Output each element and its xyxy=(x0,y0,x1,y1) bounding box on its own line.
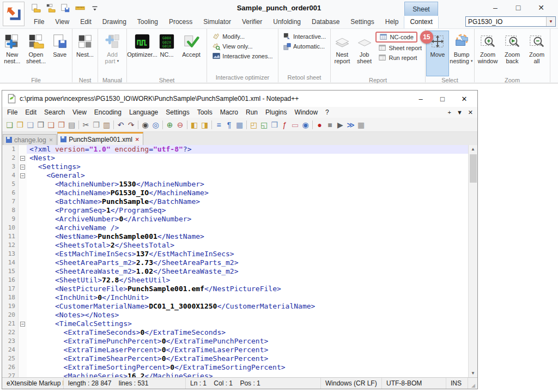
cut-icon[interactable]: ✂ xyxy=(81,119,91,130)
automatic-button[interactable]: Automatic... xyxy=(280,41,327,51)
doc-switcher-icon[interactable]: ❒ xyxy=(269,119,280,130)
nest-button[interactable]: Nest... xyxy=(73,31,97,76)
scrollbar-thumb[interactable] xyxy=(470,154,477,183)
zoom-out-icon[interactable]: ⊖ xyxy=(175,119,185,130)
contextual-tab-group-sheet[interactable]: Sheet xyxy=(404,2,438,16)
add-part-button[interactable]: Add part▼ xyxy=(100,31,124,76)
menu-language[interactable]: Language xyxy=(125,107,162,117)
project-panel-icon[interactable]: ▭ xyxy=(290,119,300,130)
scroll-down-icon[interactable]: ▼ xyxy=(469,369,477,377)
menu-search[interactable]: Search xyxy=(40,107,69,117)
menu-encoding[interactable]: Encoding xyxy=(90,107,125,117)
ribbon-tab-help[interactable]: Help xyxy=(380,16,404,28)
ribbon-tab-database[interactable]: Database xyxy=(306,16,345,28)
open-file-icon[interactable]: ❒ xyxy=(15,119,25,130)
menu-macro[interactable]: Macro xyxy=(216,107,242,117)
macro-record-icon[interactable]: ● xyxy=(314,119,325,130)
menu-settings[interactable]: Settings xyxy=(162,107,193,117)
accept-button[interactable]: Accept xyxy=(179,31,203,76)
menu-window[interactable]: Window xyxy=(290,107,322,117)
copy-icon[interactable]: ❒ xyxy=(91,119,101,130)
minimize-button[interactable]: – xyxy=(484,1,507,14)
fold-collapse-icon[interactable]: − xyxy=(20,156,25,161)
code-view[interactable]: 1<?xml version="1.0" encoding="utf-8"?>2… xyxy=(2,145,468,377)
add-tab-icon[interactable]: + xyxy=(447,109,451,116)
save-all-icon[interactable]: ❒ xyxy=(35,119,46,130)
word-wrap-icon[interactable]: ≡ xyxy=(214,119,224,130)
combo-dropdown-icon[interactable]: ▼ xyxy=(546,17,555,26)
ribbon-tab-process[interactable]: Process xyxy=(163,16,198,28)
new-nest-button[interactable]: New nest... xyxy=(1,31,24,76)
save-button[interactable]: Save xyxy=(48,31,71,76)
job-sheet-button[interactable]: Job sheet xyxy=(354,31,375,76)
tab-list-icon[interactable]: ▼ xyxy=(457,109,463,116)
document-tab-punchsample001-xml[interactable]: PunchSample001.xml✕ xyxy=(57,132,143,145)
ribbon-tab-tooling[interactable]: Tooling xyxy=(132,16,163,28)
sheet-report-button[interactable]: Sheet report xyxy=(375,43,424,53)
menu-tools[interactable]: Tools xyxy=(193,107,216,117)
macro-stop-icon[interactable]: ■ xyxy=(325,119,335,130)
paste-icon[interactable]: ▥ xyxy=(101,119,112,130)
doc-map-icon[interactable]: ◰ xyxy=(248,119,259,130)
run-script-icon[interactable]: ƒ xyxy=(280,119,290,130)
menu-help[interactable]: ? xyxy=(322,107,333,117)
menu-view[interactable]: View xyxy=(69,107,90,117)
new-file-icon[interactable]: ❑ xyxy=(4,119,15,130)
fold-collapse-icon[interactable]: − xyxy=(20,322,25,327)
ribbon-tab-settings[interactable]: Settings xyxy=(345,16,379,28)
sync-vertical-icon[interactable]: ◧ xyxy=(189,119,199,130)
view-only-button[interactable]: View only... xyxy=(209,41,255,51)
menu-run[interactable]: Run xyxy=(242,107,262,117)
indent-guide-icon[interactable]: ▦ xyxy=(234,119,245,130)
monitoring-icon[interactable]: ◉ xyxy=(300,119,311,130)
nc-code-button[interactable]: NC-code15 xyxy=(375,32,417,43)
zoom-window-button[interactable]: Zoom window xyxy=(476,31,500,76)
menu-edit[interactable]: Edit xyxy=(21,107,40,117)
macro-play-icon[interactable]: ▶ xyxy=(335,119,345,130)
open-sheet-button[interactable]: Open sheet... xyxy=(25,31,48,76)
macro-run-multiple-icon[interactable]: ≫ xyxy=(345,119,356,130)
bump-nesting-button[interactable]: Bump nesting▼ xyxy=(450,31,474,76)
resize-grip-icon[interactable]: ◢ xyxy=(468,378,476,389)
menu-plugins[interactable]: Plugins xyxy=(262,107,290,117)
close-button[interactable]: ✕ xyxy=(453,92,475,106)
find-icon[interactable]: ◉ xyxy=(140,119,150,130)
fold-collapse-icon[interactable]: − xyxy=(20,165,25,170)
app-logo[interactable] xyxy=(3,2,25,26)
minimize-button[interactable]: – xyxy=(410,92,432,106)
fold-collapse-icon[interactable]: − xyxy=(20,173,25,178)
ribbon-tab-context[interactable]: Context xyxy=(404,16,438,28)
ribbon-tab-edit[interactable]: Edit xyxy=(75,16,97,28)
zoom-all-button[interactable]: Zoom all xyxy=(525,31,549,76)
menu-file[interactable]: File xyxy=(3,107,21,117)
close-file-icon[interactable]: ❑ xyxy=(46,119,56,130)
machine-selector[interactable]: PG1530_IO ▼ xyxy=(465,16,556,27)
zoom-in-icon[interactable]: ⊕ xyxy=(165,119,175,130)
scroll-up-icon[interactable]: ▲ xyxy=(469,145,477,153)
ribbon-tab-simulator[interactable]: Simulator xyxy=(198,16,236,28)
show-symbols-icon[interactable]: ¶ xyxy=(224,119,234,130)
replace-icon[interactable]: ◎ xyxy=(150,119,161,130)
macro-save-icon[interactable]: ▦ xyxy=(356,119,366,130)
close-tab-icon[interactable]: ✕ xyxy=(48,137,54,143)
zoom-back-button[interactable]: Zoom back xyxy=(500,31,524,76)
close-all-icon[interactable]: ❒ xyxy=(56,119,66,130)
nc-button[interactable]: G00XG02XG01XNC... xyxy=(155,31,179,76)
sync-horizontal-icon[interactable]: ◨ xyxy=(199,119,210,130)
ribbon-tab-view[interactable]: View xyxy=(50,16,75,28)
print-icon[interactable]: ▤ xyxy=(66,119,77,130)
maximize-button[interactable]: □ xyxy=(507,1,530,14)
maximize-button[interactable]: □ xyxy=(432,92,453,106)
save-file-icon[interactable]: ❑ xyxy=(25,119,35,130)
optimizer-button[interactable]: Optimizer... xyxy=(130,31,154,76)
ribbon-tab-verifier[interactable]: Verifier xyxy=(236,16,268,28)
interactive-zones-button[interactable]: Interactive zones... xyxy=(209,51,275,61)
function-list-icon[interactable]: ◱ xyxy=(259,119,269,130)
vertical-scrollbar[interactable]: ▲ ▼ xyxy=(468,145,477,377)
modify-button[interactable]: Modify... xyxy=(209,32,247,41)
close-button[interactable]: ✕ xyxy=(530,1,553,14)
run-report-button[interactable]: Run report xyxy=(375,53,420,63)
ribbon-tab-unfolding[interactable]: Unfolding xyxy=(268,16,306,28)
editor-area[interactable]: 1<?xml version="1.0" encoding="utf-8"?>2… xyxy=(2,145,477,377)
close-tab-icon[interactable]: ✕ xyxy=(135,137,140,142)
